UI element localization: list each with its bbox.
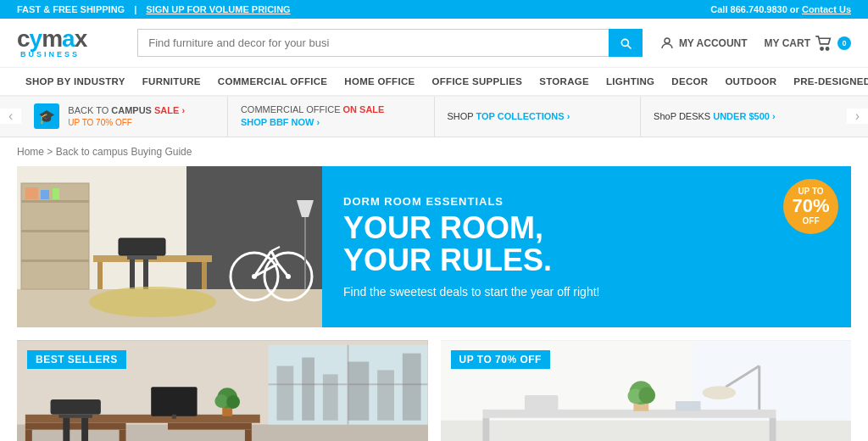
nav-furniture[interactable]: FURNITURE <box>134 68 209 95</box>
svg-rect-63 <box>441 421 852 441</box>
promo-campus-text: BACK TO CAMPUS SALE › UP TO 70% OFF <box>68 104 185 129</box>
card-label-sale: UP TO 70% OFF <box>451 350 550 369</box>
card-sale[interactable]: UP TO 70% OFF <box>441 340 852 441</box>
svg-rect-52 <box>172 415 176 419</box>
main-nav: SHOP BY INDUSTRY FURNITURE COMMERCIAL OF… <box>0 68 868 97</box>
promo-desks-text: ShoP DESKS UNDER $500 › <box>654 110 776 123</box>
logo[interactable]: cymax BUSINESS <box>17 27 86 59</box>
cart-icon <box>815 36 833 51</box>
svg-point-1 <box>821 47 823 49</box>
campus-icon: 🎓 <box>34 103 59 129</box>
promo-top-collections[interactable]: SHOP TOP COLLECTIONS › <box>435 97 642 137</box>
promo-commercial-text: COMMERCIAL OFFICE ON SALE SHOP BBF NOW › <box>241 103 385 130</box>
nav-outdoor[interactable]: OUTDOOR <box>716 68 785 95</box>
svg-rect-46 <box>25 422 126 429</box>
header: cymax BUSINESS MY ACCOUNT MY CART 0 <box>0 19 868 68</box>
promo-campus-sale[interactable]: 🎓 BACK TO CAMPUS SALE › UP TO 70% OFF <box>21 97 228 137</box>
hero-subtext: Find the sweetest deals to start the yea… <box>343 285 830 299</box>
svg-rect-42 <box>348 361 370 420</box>
svg-rect-19 <box>130 260 135 289</box>
card-best-sellers[interactable]: BEST SELLERS <box>17 340 428 441</box>
svg-rect-56 <box>81 418 88 441</box>
svg-rect-71 <box>524 395 558 410</box>
hero-text-section: DORM ROOM ESSENTIALS YOUR ROOM, YOUR RUL… <box>322 166 851 327</box>
breadcrumb-home[interactable]: Home <box>17 146 44 158</box>
svg-rect-16 <box>202 262 207 289</box>
promo-bar: ‹ 🎓 BACK TO CAMPUS SALE › UP TO 70% OFF … <box>0 97 868 137</box>
svg-point-60 <box>226 395 240 409</box>
my-account-button[interactable]: MY ACCOUNT <box>659 36 748 51</box>
svg-point-59 <box>214 394 228 408</box>
bottom-cards: BEST SELLERS <box>17 340 851 441</box>
svg-rect-9 <box>21 230 89 232</box>
promo-next-button[interactable]: › <box>847 109 868 124</box>
svg-rect-40 <box>302 357 314 420</box>
svg-rect-18 <box>127 255 157 260</box>
badge-pct: 70% <box>792 196 829 216</box>
svg-rect-39 <box>277 366 294 420</box>
banner-signup-link[interactable]: SIGN UP FOR VOLUME PRICING <box>146 4 290 14</box>
nav-pre-designed[interactable]: PRE-DESIGNED SPACES <box>785 68 868 95</box>
promo-collections-text: SHOP TOP COLLECTIONS › <box>448 110 570 123</box>
svg-rect-67 <box>769 418 776 441</box>
breadcrumb-current: Back to campus Buying Guide <box>56 146 192 158</box>
banner-separator: | <box>134 4 136 14</box>
search-icon <box>619 36 632 50</box>
nav-lighting[interactable]: LIGHTING <box>598 68 663 95</box>
svg-rect-10 <box>21 260 89 262</box>
svg-rect-54 <box>58 415 92 418</box>
svg-rect-47 <box>25 429 32 441</box>
svg-point-32 <box>89 287 216 317</box>
banner-left: FAST & FREE SHIPPING | SIGN UP FOR VOLUM… <box>17 4 291 14</box>
logo-a: a <box>62 25 75 52</box>
svg-point-0 <box>665 38 670 43</box>
nav-commercial-office[interactable]: COMMERCIAL OFFICE <box>209 68 336 95</box>
hero-headline-line2: YOUR RULES. <box>343 243 552 277</box>
breadcrumb-separator: > <box>47 146 55 158</box>
cart-label: MY CART <box>765 37 810 49</box>
svg-point-75 <box>638 387 655 404</box>
cart-button[interactable]: MY CART 0 <box>765 36 851 51</box>
card-label-best-sellers: BEST SELLERS <box>27 350 126 369</box>
banner-right: Call 866.740.9830 or Contact Us <box>710 4 851 14</box>
nav-storage[interactable]: STORAGE <box>531 68 598 95</box>
nav-shop-by-industry[interactable]: SHOP BY INDUSTRY <box>17 68 134 95</box>
promo-commercial[interactable]: COMMERCIAL OFFICE ON SALE SHOP BBF NOW › <box>228 97 435 137</box>
banner-phone: Call 866.740.9830 or <box>710 4 799 14</box>
hero-badge: UP TO 70% OFF <box>783 179 838 234</box>
search-input[interactable] <box>137 29 609 57</box>
hero-banner: DORM ROOM ESSENTIALS YOUR ROOM, YOUR RUL… <box>17 166 851 327</box>
hero-scene-svg <box>17 166 322 327</box>
header-actions: MY ACCOUNT MY CART 0 <box>659 36 851 51</box>
hero-scene <box>17 166 322 327</box>
svg-rect-48 <box>120 429 126 441</box>
contact-link[interactable]: Contact Us <box>802 4 851 14</box>
banner-shipping: FAST & FREE SHIPPING <box>17 4 125 14</box>
svg-rect-15 <box>97 262 103 289</box>
svg-rect-20 <box>143 260 148 289</box>
svg-rect-51 <box>151 387 197 416</box>
hero-image <box>17 166 322 327</box>
svg-rect-17 <box>119 238 165 255</box>
nav-office-supplies[interactable]: OFFICE SUPPLIES <box>423 68 531 95</box>
top-banner: FAST & FREE SHIPPING | SIGN UP FOR VOLUM… <box>0 0 868 19</box>
svg-point-70 <box>702 386 736 399</box>
search-button[interactable] <box>609 29 643 57</box>
svg-rect-55 <box>63 418 70 441</box>
svg-rect-43 <box>377 370 394 420</box>
svg-rect-66 <box>482 418 489 441</box>
breadcrumb: Home > Back to campus Buying Guide <box>0 137 868 166</box>
svg-rect-12 <box>41 190 49 199</box>
svg-rect-53 <box>51 399 101 415</box>
search-area <box>137 29 643 57</box>
nav-home-office[interactable]: HOME OFFICE <box>336 68 423 95</box>
promo-desks-under-500[interactable]: ShoP DESKS UNDER $500 › <box>641 97 847 137</box>
svg-rect-8 <box>21 200 89 203</box>
hero-eyebrow: DORM ROOM ESSENTIALS <box>343 195 830 208</box>
nav-decor[interactable]: DECOR <box>663 68 716 95</box>
svg-rect-41 <box>323 374 338 420</box>
promo-prev-button[interactable]: ‹ <box>0 109 21 124</box>
svg-rect-65 <box>482 410 776 418</box>
svg-rect-13 <box>53 188 59 199</box>
logo-y: y <box>30 25 42 52</box>
